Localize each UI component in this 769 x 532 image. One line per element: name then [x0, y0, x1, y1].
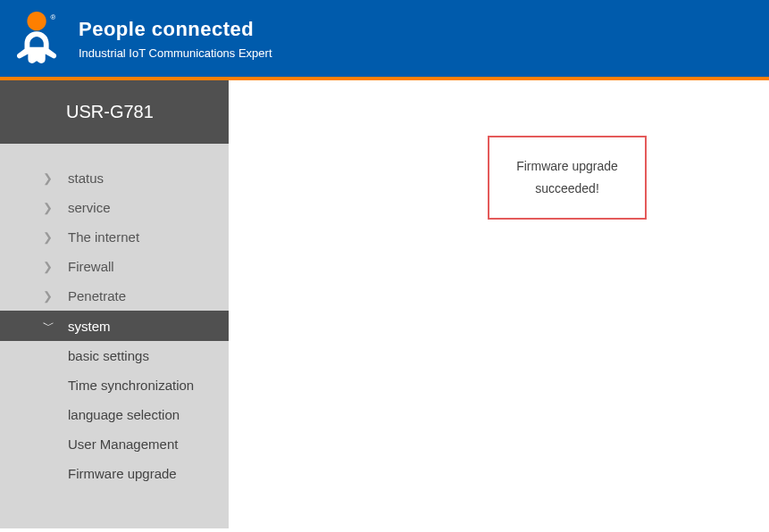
nav: ❯ status ❯ service ❯ The internet ❯ Fire…	[0, 144, 229, 488]
nav-label: service	[68, 200, 111, 215]
brand-subtitle: Industrial IoT Communications Expert	[79, 46, 272, 60]
nav-item-service[interactable]: ❯ service	[0, 193, 229, 222]
sub-label: language selection	[68, 407, 180, 422]
nav-label: Firewall	[68, 259, 114, 274]
sub-item-firmware-upgrade[interactable]: Firmware upgrade	[0, 459, 229, 488]
sub-label: User Management	[68, 436, 178, 452]
logo-icon: ®	[11, 11, 66, 66]
sidebar: USR-G781 ❯ status ❯ service ❯ The intern…	[0, 80, 229, 528]
nav-label: The internet	[68, 229, 139, 245]
brand-text: People connected Industrial IoT Communic…	[79, 18, 272, 60]
layout: USR-G781 ❯ status ❯ service ❯ The intern…	[0, 80, 769, 528]
content: Firmware upgrade succeeded!	[229, 80, 769, 528]
nav-label: Penetrate	[68, 288, 126, 303]
firmware-success-message: Firmware upgrade succeeded!	[488, 136, 647, 220]
svg-point-0	[27, 12, 46, 30]
sub-label: Firmware upgrade	[68, 466, 177, 481]
chevron-right-icon: ❯	[43, 201, 55, 214]
sub-label: Time synchronization	[68, 378, 194, 393]
nav-item-firewall[interactable]: ❯ Firewall	[0, 252, 229, 281]
nav-item-status[interactable]: ❯ status	[0, 163, 229, 193]
device-title: USR-G781	[0, 80, 229, 144]
nav-item-system[interactable]: ﹀ system	[0, 311, 229, 341]
chevron-right-icon: ❯	[43, 260, 55, 273]
brand-title: People connected	[79, 18, 272, 41]
header: ® People connected Industrial IoT Commun…	[0, 0, 769, 80]
sub-item-user-management[interactable]: User Management	[0, 429, 229, 459]
sub-item-basic-settings[interactable]: basic settings	[0, 341, 229, 370]
nav-item-penetrate[interactable]: ❯ Penetrate	[0, 281, 229, 311]
chevron-right-icon: ❯	[43, 230, 55, 244]
chevron-right-icon: ❯	[43, 289, 55, 303]
nav-label: system	[68, 319, 111, 334]
chevron-down-icon: ﹀	[43, 318, 55, 334]
nav-label: status	[68, 170, 104, 186]
chevron-right-icon: ❯	[43, 171, 55, 185]
sub-item-time-sync[interactable]: Time synchronization	[0, 370, 229, 400]
sub-label: basic settings	[68, 348, 149, 363]
sub-item-language[interactable]: language selection	[0, 400, 229, 429]
svg-text:®: ®	[51, 13, 56, 21]
nav-item-internet[interactable]: ❯ The internet	[0, 222, 229, 252]
